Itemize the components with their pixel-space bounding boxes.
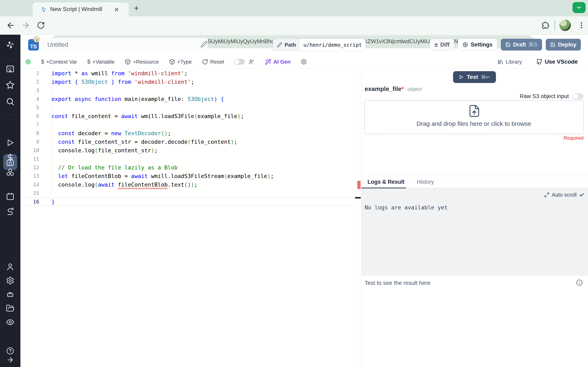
dollar-icon: $ [41, 58, 44, 65]
code-line: 6const file_content = await wmill.loadS3… [20, 112, 355, 120]
test-shortcut: ⌘↵ [481, 74, 490, 80]
browser-tab[interactable]: New Script | Windmill [33, 2, 129, 16]
add-resource-button[interactable]: +Resource [125, 59, 159, 65]
browser-toolbar: app.windmill.dev/scripts/add#JTdCJTIyaGF… [0, 16, 588, 35]
preview-panel: Test ⌘↵ example_file*object Raw S3 objec… [361, 69, 588, 367]
code-line: 4export async function main(example_file… [20, 95, 355, 103]
required-label: Required [564, 135, 584, 141]
code-line: 1import * as wmill from 'windmill-client… [20, 69, 355, 78]
sidebar-divider [2, 115, 18, 115]
sidebar-item-variables[interactable] [6, 153, 15, 162]
raw-s3-toggle[interactable] [572, 93, 584, 100]
tab-history[interactable]: History [411, 176, 440, 188]
draft-button[interactable]: Draft ⌘S [501, 39, 542, 50]
code-line: 7 [20, 120, 355, 129]
reset-button[interactable]: Reset [202, 59, 224, 65]
sidebar-item-flows[interactable] [6, 207, 15, 216]
sidebar [0, 35, 20, 367]
file-upload-icon [468, 104, 481, 117]
no-logs-text: No logs are available yet [365, 204, 448, 211]
check-icon [579, 192, 584, 198]
sidebar-item-help[interactable] [6, 347, 14, 355]
deploy-button[interactable]: Deploy [546, 39, 581, 50]
auto-scroll-control[interactable]: Auto scroll [544, 192, 584, 198]
info-icon[interactable] [576, 279, 583, 286]
add-variable-button[interactable]: $ +Variable [87, 58, 114, 65]
add-context-var-button[interactable]: $ +Context Var [41, 58, 77, 65]
overview-ruler-cursor-marker [355, 197, 361, 199]
code-editor[interactable]: 1import * as wmill from 'windmill-client… [20, 69, 355, 367]
back-icon[interactable] [6, 21, 15, 30]
play-icon [458, 75, 464, 80]
toolbar-divider [554, 20, 555, 31]
sidebar-item-resources[interactable] [6, 168, 15, 176]
library-button[interactable]: Library [497, 58, 522, 65]
path-control[interactable]: Path u/henri/demo_script [273, 39, 366, 51]
edit-summary-pencil-icon[interactable] [200, 41, 208, 48]
settings-button[interactable]: Settings [458, 39, 497, 50]
diff-button[interactable]: ± Diff [430, 39, 454, 50]
browser-menu-icon[interactable] [577, 21, 586, 29]
package-icon [169, 59, 175, 65]
browser-tab-strip: New Script | Windmill [0, 0, 588, 16]
sidebar-item-schedules[interactable] [6, 192, 15, 201]
path-edit-section[interactable]: Path [273, 39, 300, 51]
editor-settings-gear-icon[interactable] [301, 59, 307, 65]
sidebar-item-runs[interactable] [6, 138, 15, 147]
save-icon [550, 42, 555, 47]
avatar[interactable] [559, 20, 571, 31]
file-dropzone[interactable]: Drag and drop files here or click to bro… [364, 100, 584, 134]
code-line: 11 [20, 155, 355, 163]
new-tab-icon[interactable] [133, 5, 140, 11]
sidebar-item-folders[interactable] [6, 304, 15, 313]
windmill-script-editor-page: New Script | Windmill [0, 0, 588, 367]
dropzone-text: Drag and drop files here or click to bro… [365, 120, 583, 127]
editor-right-edge [355, 69, 355, 367]
reload-icon[interactable] [37, 21, 45, 29]
code-line: 12 // Or load the file lazily as a Blob [20, 163, 355, 172]
windmill-favicon [40, 6, 47, 13]
package-icon [125, 59, 131, 65]
tab-title: New Script | Windmill [50, 6, 102, 12]
code-lines: 1import * as wmill from 'windmill-client… [20, 69, 355, 206]
ai-gen-button[interactable]: AI Gen [265, 58, 291, 65]
browser-profile-button[interactable] [572, 2, 586, 13]
code-line: 15 [20, 189, 355, 198]
sidebar-divider [2, 60, 18, 60]
dollar-icon: $ [87, 58, 90, 65]
sidebar-item-favorites[interactable] [6, 81, 15, 90]
sidebar-item-apps[interactable] [6, 64, 15, 73]
sidebar-item-search[interactable] [6, 97, 15, 106]
add-type-button[interactable]: +Type [169, 59, 192, 65]
github-icon [536, 58, 543, 65]
indent-guide [51, 70, 51, 198]
forward-icon[interactable] [21, 21, 30, 30]
wand-sparkles-icon [265, 58, 271, 65]
argument-type: object [407, 86, 422, 92]
sidebar-item-settings[interactable] [6, 276, 15, 285]
extensions-icon[interactable] [541, 21, 550, 29]
argument-name: example_file [365, 85, 401, 92]
test-button[interactable]: Test ⌘↵ [453, 71, 496, 83]
plus-minus-icon: ± [434, 41, 438, 48]
sidebar-expand-icon[interactable] [6, 356, 14, 364]
script-name: Untitled [47, 41, 68, 48]
code-line: 5 [20, 103, 355, 112]
result-placeholder: Test to see the result here [365, 280, 430, 286]
sidebar-item-workers[interactable] [6, 290, 15, 299]
code-line: 3 [20, 86, 355, 95]
tab-logs-result[interactable]: Logs & Result [361, 176, 411, 188]
logs-area: Auto scroll No logs are available yet [361, 188, 588, 275]
sidebar-item-account[interactable] [6, 262, 15, 271]
current-line-highlight [20, 198, 355, 206]
multiplayer-toggle[interactable] [234, 59, 245, 65]
argument-row: example_file*object [365, 85, 422, 92]
tab-close-icon[interactable] [114, 7, 119, 12]
script-summary-input[interactable]: Untitled [42, 38, 208, 51]
expand-icon[interactable] [544, 192, 549, 198]
use-vscode-button[interactable]: Use VScode [536, 58, 578, 65]
path-value: u/henri/demo_script [300, 39, 365, 51]
windmill-logo-icon[interactable] [5, 40, 15, 50]
overview-ruler-error-marker [357, 181, 361, 189]
sidebar-item-audit-logs[interactable] [6, 318, 15, 326]
